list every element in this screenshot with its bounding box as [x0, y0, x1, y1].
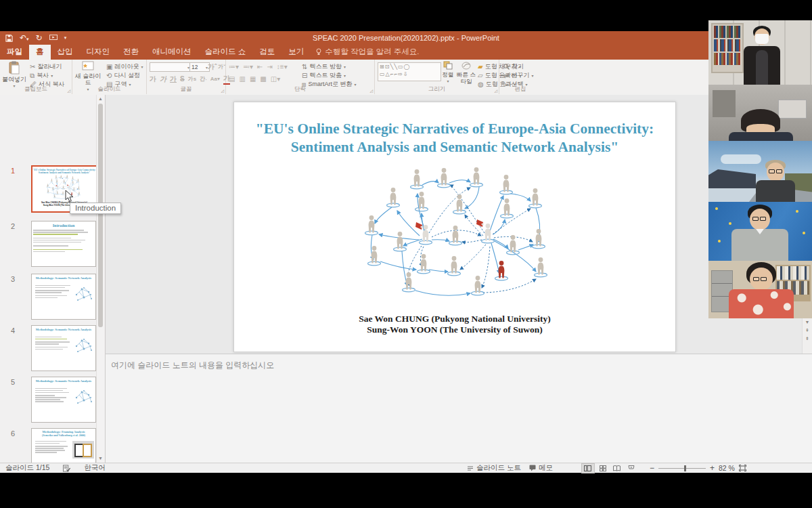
align-center-icon[interactable]: ▥	[239, 76, 245, 83]
underline-button[interactable]: 가	[170, 75, 177, 84]
slide-title[interactable]: "EU's Online Strategic Narratives of Eur…	[254, 120, 655, 156]
tab-design[interactable]: 디자인	[80, 45, 117, 60]
increase-indent-icon[interactable]: ⇥	[267, 64, 272, 70]
author-line1: Sae Won CHUNG (Pukyong National Universi…	[234, 314, 675, 324]
lightbulb-icon	[316, 48, 321, 56]
thumbnail-scrollbar[interactable]: ▲ ▼	[96, 95, 104, 463]
notes-placeholder[interactable]: 여기에 슬라이드 노트의 내용을 입력하십시오	[111, 360, 274, 371]
zoom-slider-thumb[interactable]	[684, 465, 686, 471]
previous-slide-button[interactable]: ⇞	[803, 326, 812, 335]
tab-transitions[interactable]: 전환	[116, 45, 145, 60]
cut-button[interactable]: ✂잘라내기	[30, 62, 62, 71]
thumbnail-canvas[interactable]: Methodology: Semantic Network Analysis	[31, 274, 96, 320]
char-spacing-button[interactable]: 간˖	[200, 75, 207, 83]
align-text-button[interactable]: ⊟텍스트 맞춤▾	[302, 71, 346, 80]
slides-group-label: 슬라이드	[72, 85, 146, 93]
thumbnail-canvas[interactable]: Methodology: Framing Analysis (Semetko a…	[31, 428, 96, 463]
text-direction-button[interactable]: ⇅텍스트 방향▾	[302, 62, 346, 71]
quick-styles-button[interactable]: 빠른 스타일	[456, 61, 476, 85]
normal-view-button[interactable]	[581, 463, 595, 473]
tab-slideshow[interactable]: 슬라이드 쇼	[198, 45, 253, 60]
tab-home[interactable]: 홈	[29, 45, 51, 60]
current-slide[interactable]: "EU's Online Strategic Narratives of Eur…	[233, 102, 676, 352]
paragraph-dialog-launcher[interactable]: ◿	[369, 88, 373, 93]
fit-to-window-icon[interactable]	[739, 465, 746, 471]
window-title: SPEAC 2020 Presentation(20201202).pptx -…	[0, 34, 812, 42]
participant-video-5[interactable]	[708, 261, 812, 318]
participant-video-4[interactable]	[708, 202, 812, 261]
numbering-icon[interactable]: ≕▾	[243, 64, 253, 70]
notes-pane[interactable]: 여기에 슬라이드 노트의 내용을 입력하십시오	[106, 354, 812, 463]
tab-animations[interactable]: 애니메이션	[145, 45, 198, 60]
slide-editing-area[interactable]: "EU's Online Strategic Narratives of Eur…	[106, 95, 812, 354]
find-button[interactable]: 찾기	[503, 62, 524, 71]
thumbnail-canvas[interactable]: Methodology: Semantic Network Analysis	[31, 325, 96, 371]
font-grow-shrink[interactable]: 가ˆ가ˇ	[208, 62, 225, 71]
line-spacing-icon[interactable]: ↕≡▾	[277, 64, 288, 70]
copy-button[interactable]: ⧉복사▾	[30, 71, 53, 80]
participant-video-3[interactable]	[708, 141, 812, 202]
change-case-button[interactable]: Aa▾	[210, 76, 220, 82]
text-shadow-button[interactable]: 가s	[188, 75, 196, 83]
network-diagram-image[interactable]	[336, 167, 586, 312]
thumbnail-canvas[interactable]: Introduction	[31, 221, 96, 267]
scrollbar-thumb[interactable]	[98, 104, 103, 327]
notes-toggle-button[interactable]: 슬라이드 노트	[467, 463, 521, 473]
zoom-out-button[interactable]: −	[650, 463, 654, 473]
justify-icon[interactable]: ▩	[260, 76, 266, 83]
clipboard-group-label: 클립보드	[0, 85, 72, 93]
scroll-down-arrow-icon[interactable]: ▼	[803, 318, 812, 326]
decrease-indent-icon[interactable]: ⇤	[257, 64, 263, 70]
font-dialog-launcher[interactable]: ◿	[221, 88, 224, 93]
slide-area-scrollbar[interactable]: ▼ ⇞ ⇟	[802, 318, 812, 354]
replace-button[interactable]: ⇄바꾸기▾	[503, 71, 533, 80]
bold-button[interactable]: 가	[150, 75, 156, 84]
zoom-percentage[interactable]: 82 %	[719, 464, 735, 472]
memo-button[interactable]: 메모	[529, 463, 553, 473]
participant-video-1[interactable]	[708, 20, 812, 85]
italic-button[interactable]: 가	[160, 75, 166, 84]
clipboard-dialog-launcher[interactable]: ◿	[67, 88, 70, 93]
reading-view-button[interactable]	[611, 464, 623, 473]
columns-icon[interactable]: ◫▾	[271, 76, 280, 83]
tab-review[interactable]: 검토	[252, 45, 281, 60]
arrange-label: 정렬	[440, 71, 456, 78]
paragraph-row1: ≔▾ ≕▾ ⇤ ⇥ ↕≡▾	[229, 62, 288, 71]
editing-group-label: 편집	[499, 85, 541, 93]
font-size-input[interactable]: 12▾	[189, 62, 210, 72]
font-name-input[interactable]: ▾	[150, 62, 191, 72]
thumbnail-canvas[interactable]: Methodology: Semantic Network Analysis	[31, 377, 96, 423]
zoom-in-button[interactable]: +	[710, 463, 715, 473]
scroll-down-icon[interactable]: ▼	[97, 454, 104, 463]
reset-button[interactable]: ⟲다시 설정	[106, 71, 140, 80]
next-slide-button[interactable]: ⇟	[803, 335, 812, 343]
layout-button[interactable]: ▣레이아웃▾	[106, 62, 143, 71]
participant-video-2[interactable]	[708, 85, 812, 141]
font-style-row: 가 가 가 S 가s 간˖ Aa▾ 가	[150, 75, 230, 83]
shape-gallery[interactable]: ⊞⊡╲╲▭◯▭△⌐⌐⇨⇩	[378, 62, 441, 81]
spell-check-icon[interactable]	[63, 465, 70, 472]
align-left-icon[interactable]: ▤	[229, 76, 235, 83]
slide-title-line2: Sentiment Analysis and Semantic Network …	[254, 138, 655, 156]
tab-insert[interactable]: 삽입	[51, 45, 80, 60]
notes-toggle-label: 슬라이드 노트	[476, 463, 521, 473]
find-icon	[503, 64, 510, 70]
drawing-dialog-launcher[interactable]: ◿	[494, 88, 497, 93]
mini-title-line2: Sentiment Analysis and Semantic Network …	[32, 171, 96, 174]
arrange-button[interactable]: 정렬 ▾	[440, 61, 456, 85]
align-text-icon: ⊟	[302, 72, 307, 79]
arrange-icon	[443, 61, 453, 70]
align-right-icon[interactable]: ▦	[250, 76, 256, 83]
tab-view[interactable]: 보기	[281, 45, 311, 60]
slide-authors[interactable]: Sae Won CHUNG (Pukyong National Universi…	[234, 314, 675, 335]
tell-me-box[interactable]: 수행할 작업을 알려 주세요.	[311, 45, 424, 60]
tab-file[interactable]: 파일	[0, 45, 29, 60]
language-indicator[interactable]: 한국어	[84, 463, 106, 473]
bullets-icon[interactable]: ≔▾	[229, 64, 239, 70]
zoom-slider[interactable]	[658, 468, 706, 469]
scroll-up-icon[interactable]: ▲	[97, 95, 104, 103]
slideshow-view-button[interactable]	[625, 464, 637, 473]
slide-sorter-view-button[interactable]	[597, 464, 609, 473]
strikethrough-button[interactable]: S	[180, 75, 185, 83]
shape-fill-icon: ▰	[478, 64, 483, 70]
